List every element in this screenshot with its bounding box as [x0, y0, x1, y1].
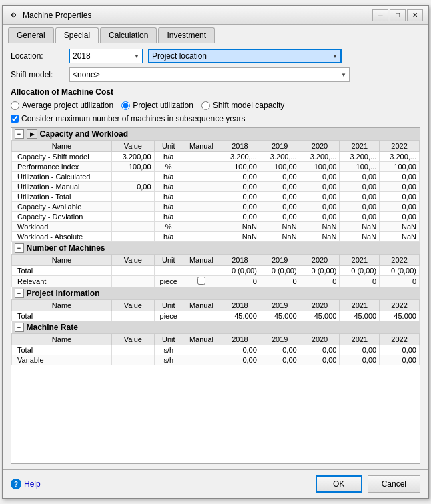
- allocation-radio-group: Average project utilization Project util…: [11, 101, 420, 110]
- radio-avg-input[interactable]: [11, 101, 19, 110]
- title-bar-buttons: ─ □ ✕: [372, 9, 423, 21]
- radio-shift[interactable]: Shift model capacity: [201, 101, 284, 110]
- relevant-manual-checkbox[interactable]: [197, 277, 205, 285]
- grid-table: − ▶ Capacity and Workload Name Value Uni…: [11, 128, 420, 365]
- project-section-title: Project Information: [27, 289, 100, 298]
- radio-proj[interactable]: Project utilization: [121, 101, 193, 110]
- radio-avg[interactable]: Average project utilization: [11, 101, 113, 110]
- capacity-header-row: Name Value Unit Manual 2018 2019 2020 20…: [12, 141, 420, 152]
- minimize-button[interactable]: ─: [372, 9, 388, 21]
- col-value: Value: [112, 141, 155, 152]
- capacity-section-header: − ▶ Capacity and Workload: [12, 128, 420, 141]
- shift-model-combo[interactable]: <none> ▼: [69, 67, 350, 82]
- col-2021: 2021: [340, 141, 380, 152]
- collapse-capacity-button[interactable]: −: [15, 129, 24, 139]
- consider-checkbox[interactable]: [11, 115, 19, 123]
- machine-rate-header-row: Name Value Unit Manual 2018 2019 2020 20…: [12, 334, 420, 345]
- chevron-down-icon: ▼: [134, 53, 139, 59]
- col-2019: 2019: [260, 141, 300, 152]
- table-row: Utilization - Total h/a 0,00 0,00 0,00 0…: [12, 192, 420, 202]
- tab-investment[interactable]: Investment: [158, 27, 215, 43]
- chevron-down-icon: ▼: [332, 53, 338, 59]
- row-2021: 3.200,...: [340, 152, 380, 162]
- table-row: Utilization - Calculated h/a 0,00 0,00 0…: [12, 172, 420, 182]
- row-manual: [183, 152, 220, 162]
- col-2020: 2020: [300, 141, 340, 152]
- col-manual: Manual: [183, 141, 220, 152]
- row-unit: h/a: [154, 152, 183, 162]
- project-section-header: − Project Information: [12, 287, 420, 300]
- tab-bar: General Special Calculation Investment: [3, 25, 428, 43]
- consider-row: Consider maximum number of machines in s…: [11, 114, 420, 123]
- machines-section: − Number of Machines Name Value Unit Man…: [12, 242, 420, 287]
- location-year-combo[interactable]: 2018 ▼: [69, 49, 143, 63]
- collapse-project-button[interactable]: −: [15, 289, 24, 298]
- cancel-button[interactable]: Cancel: [368, 475, 420, 493]
- title-bar: ⚙ Machine Properties ─ □ ✕: [3, 6, 428, 25]
- action-buttons: OK Cancel: [316, 475, 420, 493]
- table-row: Workload % NaN NaN NaN NaN NaN: [12, 222, 420, 232]
- help-label: Help: [24, 479, 41, 489]
- window-icon: ⚙: [8, 10, 19, 21]
- radio-shift-label: Shift model capacity: [213, 101, 284, 110]
- machines-section-title: Number of Machines: [27, 243, 105, 253]
- col-name: Name: [12, 141, 112, 152]
- ok-button[interactable]: OK: [316, 475, 362, 493]
- table-row: Variable s/h 0,00 0,00 0,00 0,00 0,00: [12, 355, 420, 365]
- bottom-bar: ? Help OK Cancel: [3, 469, 428, 498]
- allocation-section: Allocation of Machine Cost: [11, 86, 420, 97]
- radio-proj-label: Project utilization: [133, 101, 193, 110]
- table-row: Relevant piece 0 0 0 0 0: [12, 276, 420, 287]
- window-title: Machine Properties: [23, 11, 368, 20]
- table-row: Performance index 100,00 % 100,00 100,00…: [12, 162, 420, 172]
- capacity-section-title: Capacity and Workload: [40, 129, 128, 139]
- table-row: Utilization - Manual 0,00 h/a 0,00 0,00 …: [12, 182, 420, 192]
- radio-proj-input[interactable]: [121, 101, 130, 110]
- row-name: Capacity - Shift model: [12, 152, 112, 162]
- col-unit: Unit: [154, 141, 183, 152]
- table-row: Capacity - Available h/a 0,00 0,00 0,00 …: [12, 202, 420, 212]
- help-icon: ?: [11, 479, 21, 489]
- radio-avg-label: Average project utilization: [22, 101, 113, 110]
- machine-rate-section-title: Machine Rate: [27, 323, 78, 332]
- capacity-section: − ▶ Capacity and Workload Name Value Uni…: [12, 128, 420, 242]
- shift-model-label: Shift model:: [11, 70, 64, 79]
- allocation-title: Allocation of Machine Cost: [11, 87, 420, 97]
- machines-section-header: − Number of Machines: [12, 242, 420, 255]
- tab-special[interactable]: Special: [55, 27, 99, 43]
- location-name-combo[interactable]: Project location ▼: [148, 49, 342, 63]
- tab-general[interactable]: General: [8, 27, 54, 43]
- chevron-down-icon: ▼: [341, 72, 346, 78]
- tab-content: Location: 2018 ▼ Project location ▼ Shif…: [3, 43, 428, 469]
- location-row: Location: 2018 ▼ Project location ▼: [11, 49, 420, 63]
- nav-capacity-button[interactable]: ▶: [27, 129, 37, 139]
- consider-label: Consider maximum number of machines in s…: [21, 114, 246, 123]
- help-link[interactable]: ? Help: [11, 479, 41, 489]
- close-button[interactable]: ✕: [407, 9, 423, 21]
- location-label: Location:: [11, 51, 64, 61]
- collapse-machine-rate-button[interactable]: −: [15, 323, 24, 332]
- maximize-button[interactable]: □: [390, 9, 406, 21]
- collapse-machines-button[interactable]: −: [15, 243, 24, 253]
- row-2019: 3.200,...: [260, 152, 300, 162]
- row-2018: 3.200,...: [220, 152, 260, 162]
- machine-rate-section: − Machine Rate Name Value Unit Manual 20…: [12, 321, 420, 365]
- table-row: Workload - Absolute h/a NaN NaN NaN NaN …: [12, 232, 420, 242]
- radio-shift-input[interactable]: [201, 101, 210, 110]
- table-row: Capacity - Deviation h/a 0,00 0,00 0,00 …: [12, 212, 420, 222]
- data-grid: − ▶ Capacity and Workload Name Value Uni…: [11, 127, 420, 464]
- row-2020: 3.200,...: [300, 152, 340, 162]
- machine-properties-window: ⚙ Machine Properties ─ □ ✕ General Speci…: [2, 5, 429, 499]
- project-header-row: Name Value Unit Manual 2018 2019 2020 20…: [12, 300, 420, 311]
- shift-model-row: Shift model: <none> ▼: [11, 67, 420, 82]
- col-2022: 2022: [380, 141, 420, 152]
- project-section: − Project Information Name Value Unit Ma…: [12, 287, 420, 321]
- machine-rate-section-header: − Machine Rate: [12, 321, 420, 334]
- table-row: Capacity - Shift model 3.200,00 h/a 3.20…: [12, 152, 420, 162]
- tab-calculation[interactable]: Calculation: [100, 27, 157, 43]
- row-2022: 3.200,...: [380, 152, 420, 162]
- table-row: Total s/h 0,00 0,00 0,00 0,00 0,00: [12, 345, 420, 355]
- col-2018: 2018: [220, 141, 260, 152]
- row-value[interactable]: 3.200,00: [112, 152, 155, 162]
- machines-header-row: Name Value Unit Manual 2018 2019 2020 20…: [12, 255, 420, 266]
